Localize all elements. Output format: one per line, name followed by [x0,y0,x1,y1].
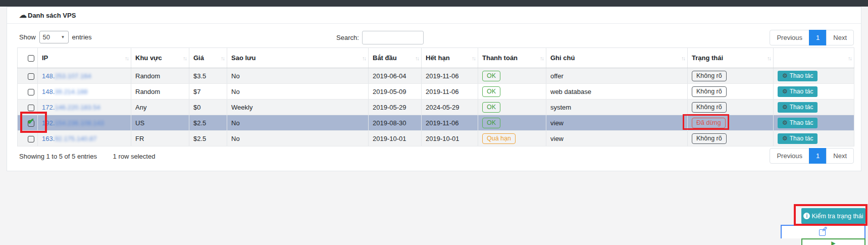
region-cell: FR [131,131,189,146]
note-cell: view [546,131,688,146]
ip-redacted: 92.175.140.87 [55,135,96,142]
previous-page-button[interactable]: Previous [770,30,809,45]
backup-cell: Weekly [227,100,369,115]
price-cell: $0 [189,100,227,115]
ip-prefix: 148. [42,72,55,80]
start-date-cell: 2019-05-09 [369,84,422,100]
entries-label: entries [72,33,92,41]
payment-badge: OK [482,118,500,128]
backup-cell: No [227,115,369,131]
select-all-checkbox[interactable] [28,55,34,62]
payment-cell: OK [478,84,546,100]
start-menu-item[interactable]: ▶ [801,238,865,245]
actions-cell: ⚙Thao tác [774,84,854,100]
table-row[interactable]: 148.39.214.188Random$7No2019-05-092019-1… [18,84,854,100]
next-page-button[interactable]: Next [826,148,854,164]
row-actions-button[interactable]: ⚙Thao tác [778,102,818,113]
search-input[interactable] [362,31,424,44]
status-badge: Không rõ [692,86,727,97]
column-header-backup[interactable]: Sao lưu↑↓ [227,48,369,68]
status-badge: Không rõ [692,71,727,81]
column-header-ip[interactable]: IP↑↓ [38,48,131,68]
table-row[interactable]: ✔192.154.236.108.143US$2.5No2019-08-3020… [18,115,854,131]
sort-icon: ↑↓ [540,55,543,61]
info-icon: i [803,213,810,219]
ip-redacted: 146.220.183.54 [55,104,100,111]
payment-badge: Quá hạn [482,133,516,144]
table-row[interactable]: 172.146.220.183.54Any$0Weekly2019-05-292… [18,100,854,115]
column-header-start[interactable]: Bắt đầu↑↓ [369,48,422,68]
current-page-button[interactable]: 1 [809,148,827,164]
row-actions-label: Thao tác [790,104,813,111]
check-mark-icon: ✔ [27,117,34,126]
expire-date-cell: 2019-11-06 [422,84,478,100]
column-header-note[interactable]: Ghi chú↑↓ [546,48,688,68]
current-page-button[interactable]: 1 [809,30,827,45]
sort-icon: ↑↓ [362,55,366,61]
sort-icon: ↑↓ [848,55,851,61]
rows-selected-label: 1 row selected [113,153,156,160]
row-checkbox[interactable] [28,136,34,142]
pagination-top: Previous 1 Next [770,30,854,45]
backup-cell: No [227,84,369,100]
next-page-button[interactable]: Next [826,30,854,45]
edit-menu-item[interactable] [781,225,865,238]
gear-icon: ⚙ [782,73,788,79]
row-checkbox[interactable] [28,73,34,80]
row-actions-button[interactable]: ⚙Thao tác [778,118,818,128]
status-cell: Không rõ [688,131,774,146]
check-status-button[interactable]: iKiểm tra trạng thái [801,208,865,224]
chevron-down-icon: ▼ [61,35,65,39]
checkbox-cell [18,100,38,115]
gear-icon: ⚙ [782,120,788,126]
gear-icon: ⚙ [782,104,788,110]
table-row[interactable]: 163.92.175.140.87FR$2.5No2019-10-012019-… [18,131,854,146]
payment-cell: OK [478,68,546,84]
ip-link[interactable]: 148.39.214.188 [42,88,87,95]
ip-link[interactable]: 163.92.175.140.87 [42,135,96,142]
ip-link[interactable]: 192.154.236.108.143 [42,119,104,127]
row-checkbox[interactable] [28,105,34,111]
pagination-bottom: Previous 1 Next [770,148,854,164]
row-actions-button[interactable]: ⚙Thao tác [778,86,818,97]
page-length-select[interactable]: 50 ▼ [39,31,69,43]
table-row[interactable]: 148.253.107.164Random$3.5No2019-06-04201… [18,68,854,84]
checkbox-cell [18,68,38,84]
payment-cell: Quá hạn [478,131,546,146]
column-header-expire[interactable]: Hết hạn↑↓ [422,48,478,68]
column-header-price[interactable]: Giá↑↓ [189,48,227,68]
column-header-actions[interactable]: ↑↓ [774,48,854,68]
price-cell: $3.5 [189,68,227,84]
row-actions-button[interactable]: ⚙Thao tác [778,71,818,81]
price-cell: $2.5 [189,131,227,146]
show-label: Show [19,33,36,41]
top-navbar [0,0,868,7]
previous-page-button[interactable]: Previous [770,148,809,164]
row-actions-label: Thao tác [790,119,813,126]
column-header-status[interactable]: Trạng thái↑↓ [688,48,774,68]
row-checkbox[interactable] [28,89,34,95]
cloud-icon: ☁ [19,11,27,19]
region-cell: US [131,115,189,131]
ip-cell: 192.154.236.108.143 [38,115,131,131]
expire-date-cell: 2019-11-06 [422,68,478,84]
check-status-label: Kiểm tra trạng thái [811,213,863,220]
search-control: Search: [336,31,424,44]
row-actions-button[interactable]: ⚙Thao tác [778,133,818,144]
payment-badge: OK [482,71,500,81]
column-header-region[interactable]: Khu vực↑↓ [131,48,189,68]
region-cell: Any [131,100,189,115]
ip-link[interactable]: 148.253.107.164 [42,72,91,80]
row-actions-label: Thao tác [790,135,813,142]
actions-cell: ⚙Thao tác [774,100,854,115]
row-actions-label: Thao tác [790,88,813,95]
ip-cell: 148.253.107.164 [38,68,131,84]
column-header-payment[interactable]: Thanh toán↑↓ [478,48,546,68]
checkbox-cell [18,84,38,100]
ip-prefix: 172. [42,104,55,111]
expire-date-cell: 2024-05-29 [422,100,478,115]
ip-link[interactable]: 172.146.220.183.54 [42,104,100,111]
actions-cell: ⚙Thao tác [774,131,854,146]
sort-icon: ↑↓ [681,55,685,61]
start-date-cell: 2019-08-30 [369,115,422,131]
